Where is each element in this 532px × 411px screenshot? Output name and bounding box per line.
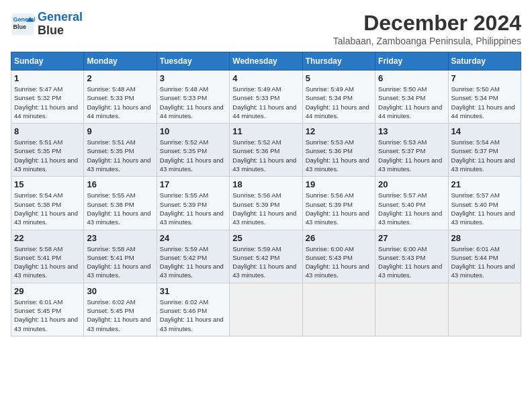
day-info: Sunrise: 5:55 AMSunset: 5:38 PMDaylight:…: [87, 191, 153, 226]
calendar-cell: 30Sunrise: 6:02 AMSunset: 5:45 PMDayligh…: [84, 283, 157, 336]
day-number: 22: [14, 233, 81, 243]
calendar-cell: 4Sunrise: 5:49 AMSunset: 5:33 PMDaylight…: [230, 71, 302, 124]
day-number: 19: [306, 179, 372, 189]
day-number: 1: [14, 73, 81, 83]
day-info: Sunrise: 5:50 AMSunset: 5:34 PMDaylight:…: [378, 85, 445, 120]
day-number: 10: [160, 126, 226, 136]
day-number: 20: [378, 179, 445, 189]
calendar-cell: 5Sunrise: 5:49 AMSunset: 5:34 PMDaylight…: [302, 71, 375, 124]
calendar-cell: 19Sunrise: 5:56 AMSunset: 5:39 PMDayligh…: [302, 177, 375, 230]
calendar-cell: 10Sunrise: 5:52 AMSunset: 5:35 PMDayligh…: [157, 124, 229, 177]
calendar-cell: 8Sunrise: 5:51 AMSunset: 5:35 PMDaylight…: [11, 124, 84, 177]
calendar-week-row: 29Sunrise: 6:01 AMSunset: 5:45 PMDayligh…: [11, 283, 521, 336]
title-area: December 2024 Talabaan, Zamboanga Penins…: [333, 11, 521, 46]
day-number: 13: [378, 126, 445, 136]
day-info: Sunrise: 5:49 AMSunset: 5:33 PMDaylight:…: [232, 85, 299, 120]
calendar-cell: 21Sunrise: 5:57 AMSunset: 5:40 PMDayligh…: [448, 177, 521, 230]
calendar-cell: [375, 283, 448, 336]
day-info: Sunrise: 6:02 AMSunset: 5:46 PMDaylight:…: [160, 298, 226, 333]
day-number: 6: [378, 73, 445, 83]
month-title: December 2024: [333, 11, 521, 36]
weekday-header: Sunday: [11, 52, 84, 71]
day-number: 4: [232, 73, 299, 83]
day-number: 30: [87, 286, 153, 296]
calendar-cell: 1Sunrise: 5:47 AMSunset: 5:32 PMDaylight…: [11, 71, 84, 124]
day-number: 18: [232, 179, 299, 189]
calendar-cell: [302, 283, 375, 336]
day-info: Sunrise: 6:00 AMSunset: 5:43 PMDaylight:…: [306, 244, 372, 280]
day-number: 11: [232, 126, 299, 136]
calendar-cell: 6Sunrise: 5:50 AMSunset: 5:34 PMDaylight…: [375, 71, 448, 124]
day-number: 7: [451, 73, 518, 83]
weekday-header: Friday: [375, 52, 448, 71]
calendar-cell: 9Sunrise: 5:51 AMSunset: 5:35 PMDaylight…: [84, 124, 157, 177]
calendar-cell: 23Sunrise: 5:58 AMSunset: 5:41 PMDayligh…: [84, 230, 157, 283]
day-info: Sunrise: 5:53 AMSunset: 5:36 PMDaylight:…: [306, 138, 372, 173]
day-info: Sunrise: 5:58 AMSunset: 5:41 PMDaylight:…: [14, 244, 81, 280]
day-number: 23: [87, 233, 153, 243]
day-number: 2: [87, 73, 153, 83]
calendar-week-row: 8Sunrise: 5:51 AMSunset: 5:35 PMDaylight…: [11, 124, 521, 177]
calendar-cell: 28Sunrise: 6:01 AMSunset: 5:44 PMDayligh…: [448, 230, 521, 283]
logo: General Blue General Blue: [11, 11, 83, 38]
day-number: 9: [87, 126, 153, 136]
calendar-cell: 3Sunrise: 5:48 AMSunset: 5:33 PMDaylight…: [157, 71, 229, 124]
calendar-cell: 12Sunrise: 5:53 AMSunset: 5:36 PMDayligh…: [302, 124, 375, 177]
calendar-cell: 20Sunrise: 5:57 AMSunset: 5:40 PMDayligh…: [375, 177, 448, 230]
calendar-cell: 18Sunrise: 5:56 AMSunset: 5:39 PMDayligh…: [230, 177, 302, 230]
weekday-header: Saturday: [448, 52, 521, 71]
day-number: 24: [160, 233, 226, 243]
day-number: 27: [378, 233, 445, 243]
day-number: 12: [306, 126, 372, 136]
day-info: Sunrise: 5:55 AMSunset: 5:39 PMDaylight:…: [160, 191, 226, 226]
day-info: Sunrise: 5:56 AMSunset: 5:39 PMDaylight:…: [232, 191, 299, 226]
calendar-cell: 7Sunrise: 5:50 AMSunset: 5:34 PMDaylight…: [448, 71, 521, 124]
weekday-header: Monday: [84, 52, 157, 71]
day-info: Sunrise: 6:01 AMSunset: 5:45 PMDaylight:…: [14, 298, 81, 333]
day-number: 16: [87, 179, 153, 189]
weekday-header: Tuesday: [157, 52, 229, 71]
day-info: Sunrise: 5:57 AMSunset: 5:40 PMDaylight:…: [378, 191, 445, 226]
day-number: 15: [14, 179, 81, 189]
location-title: Talabaan, Zamboanga Peninsula, Philippin…: [333, 36, 521, 46]
day-number: 29: [14, 286, 81, 296]
day-info: Sunrise: 5:47 AMSunset: 5:32 PMDaylight:…: [14, 85, 81, 120]
day-info: Sunrise: 5:52 AMSunset: 5:35 PMDaylight:…: [160, 138, 226, 173]
calendar-cell: [448, 283, 521, 336]
day-info: Sunrise: 6:02 AMSunset: 5:45 PMDaylight:…: [87, 298, 153, 333]
svg-text:Blue: Blue: [13, 24, 27, 30]
calendar-cell: 2Sunrise: 5:48 AMSunset: 5:33 PMDaylight…: [84, 71, 157, 124]
calendar-week-row: 1Sunrise: 5:47 AMSunset: 5:32 PMDaylight…: [11, 71, 521, 124]
day-number: 28: [451, 233, 518, 243]
weekday-header: Wednesday: [230, 52, 302, 71]
page-header: General Blue General Blue December 2024 …: [11, 11, 521, 46]
day-number: 17: [160, 179, 226, 189]
calendar-cell: 13Sunrise: 5:53 AMSunset: 5:37 PMDayligh…: [375, 124, 448, 177]
day-info: Sunrise: 5:50 AMSunset: 5:34 PMDaylight:…: [451, 85, 518, 120]
logo-icon: General Blue: [11, 12, 35, 36]
day-info: Sunrise: 5:51 AMSunset: 5:35 PMDaylight:…: [14, 138, 81, 173]
calendar-cell: 25Sunrise: 5:59 AMSunset: 5:42 PMDayligh…: [230, 230, 302, 283]
logo-text: General Blue: [38, 11, 83, 38]
calendar-table: SundayMondayTuesdayWednesdayThursdayFrid…: [11, 52, 521, 336]
day-info: Sunrise: 5:49 AMSunset: 5:34 PMDaylight:…: [306, 85, 372, 120]
day-info: Sunrise: 5:48 AMSunset: 5:33 PMDaylight:…: [160, 85, 226, 120]
calendar-week-row: 15Sunrise: 5:54 AMSunset: 5:38 PMDayligh…: [11, 177, 521, 230]
calendar-cell: 24Sunrise: 5:59 AMSunset: 5:42 PMDayligh…: [157, 230, 229, 283]
calendar-cell: [230, 283, 302, 336]
day-number: 25: [232, 233, 299, 243]
day-number: 31: [160, 286, 226, 296]
day-number: 8: [14, 126, 81, 136]
calendar-cell: 15Sunrise: 5:54 AMSunset: 5:38 PMDayligh…: [11, 177, 84, 230]
day-info: Sunrise: 6:01 AMSunset: 5:44 PMDaylight:…: [451, 244, 518, 280]
day-info: Sunrise: 5:48 AMSunset: 5:33 PMDaylight:…: [87, 85, 153, 120]
day-info: Sunrise: 5:51 AMSunset: 5:35 PMDaylight:…: [87, 138, 153, 173]
day-number: 14: [451, 126, 518, 136]
day-info: Sunrise: 5:59 AMSunset: 5:42 PMDaylight:…: [232, 244, 299, 280]
calendar-week-row: 22Sunrise: 5:58 AMSunset: 5:41 PMDayligh…: [11, 230, 521, 283]
calendar-cell: 27Sunrise: 6:00 AMSunset: 5:43 PMDayligh…: [375, 230, 448, 283]
calendar-cell: 16Sunrise: 5:55 AMSunset: 5:38 PMDayligh…: [84, 177, 157, 230]
day-info: Sunrise: 5:54 AMSunset: 5:38 PMDaylight:…: [14, 191, 81, 226]
day-info: Sunrise: 5:53 AMSunset: 5:37 PMDaylight:…: [378, 138, 445, 173]
day-info: Sunrise: 5:59 AMSunset: 5:42 PMDaylight:…: [160, 244, 226, 280]
